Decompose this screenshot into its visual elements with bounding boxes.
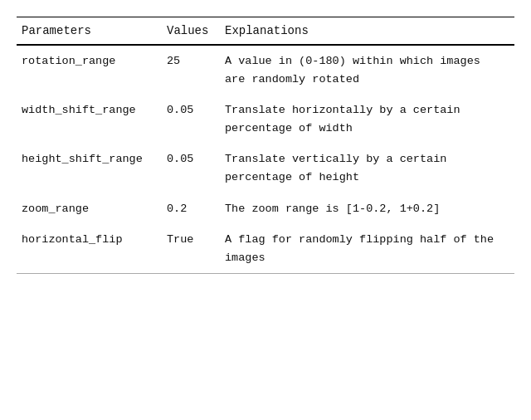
header-parameters: Parameters bbox=[17, 17, 162, 46]
cell-value: 0.2 bbox=[162, 193, 220, 225]
cell-explanation: Translate vertically by a certain percen… bbox=[220, 144, 514, 193]
table-header-row: Parameters Values Explanations bbox=[17, 17, 514, 46]
parameters-table: Parameters Values Explanations rotation_… bbox=[17, 17, 514, 274]
table-row: rotation_range25A value in (0-180) withi… bbox=[17, 45, 514, 95]
cell-param: zoom_range bbox=[17, 193, 162, 225]
header-values: Values bbox=[162, 17, 220, 46]
cell-value: 0.05 bbox=[162, 95, 220, 144]
cell-explanation: A flag for randomly flipping half of the… bbox=[220, 224, 514, 274]
table-row: zoom_range0.2The zoom range is [1-0.2, 1… bbox=[17, 193, 514, 225]
table-container: Parameters Values Explanations rotation_… bbox=[17, 17, 514, 274]
cell-param: width_shift_range bbox=[17, 95, 162, 144]
cell-param: height_shift_range bbox=[17, 144, 162, 193]
cell-value: True bbox=[162, 224, 220, 274]
cell-explanation: The zoom range is [1-0.2, 1+0.2] bbox=[220, 193, 514, 225]
cell-value: 25 bbox=[162, 45, 220, 95]
table-row: width_shift_range0.05Translate horizonta… bbox=[17, 95, 514, 144]
cell-explanation: Translate horizontally by a certain perc… bbox=[220, 95, 514, 144]
header-explanations: Explanations bbox=[220, 17, 514, 46]
cell-explanation: A value in (0-180) within which images a… bbox=[220, 45, 514, 95]
cell-param: rotation_range bbox=[17, 45, 162, 95]
table-row: horizontal_flipTrueA flag for randomly f… bbox=[17, 224, 514, 274]
cell-value: 0.05 bbox=[162, 144, 220, 193]
cell-param: horizontal_flip bbox=[17, 224, 162, 274]
table-row: height_shift_range0.05Translate vertical… bbox=[17, 144, 514, 193]
